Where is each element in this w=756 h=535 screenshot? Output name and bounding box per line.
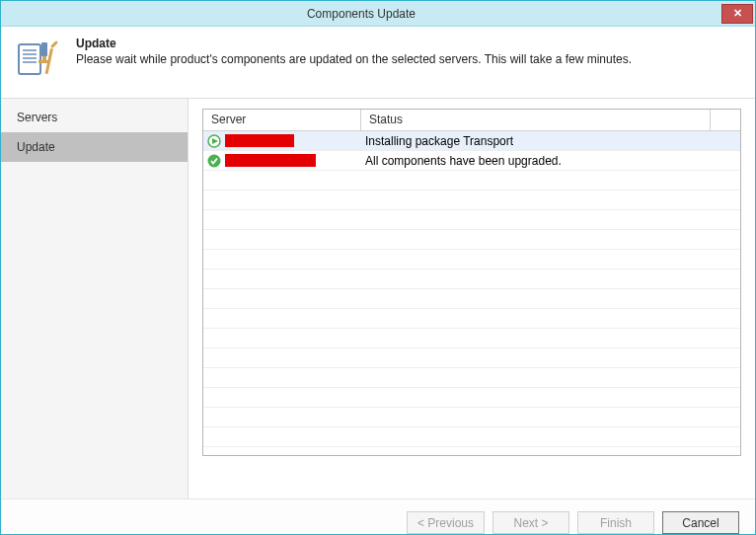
- sidebar-item-label: Update: [17, 140, 55, 154]
- table-row: [203, 408, 740, 427]
- table-row: [203, 388, 740, 408]
- redacted-server-name: [225, 154, 316, 167]
- table-row: [203, 329, 740, 348]
- redacted-server-name: [225, 134, 294, 147]
- close-button[interactable]: ✕: [721, 4, 753, 24]
- window-title: Components Update: [1, 7, 721, 21]
- main-panel: Server Status Installing: [189, 99, 755, 498]
- table-row: [203, 250, 740, 269]
- table-row: [203, 309, 740, 329]
- footer: < Previous Next > Finish Cancel: [1, 498, 755, 535]
- cancel-button[interactable]: Cancel: [662, 511, 739, 534]
- table-row: [203, 191, 740, 210]
- table-row: [203, 368, 740, 388]
- next-button: Next >: [492, 511, 569, 534]
- grid-body: Installing package Transport All compone…: [203, 131, 740, 456]
- grid-header: Server Status: [203, 110, 740, 131]
- cell-status: All components have been upgraded.: [361, 152, 740, 170]
- content: Servers Update Server Status: [1, 98, 755, 498]
- header: Update Please wait while product's compo…: [1, 27, 755, 98]
- header-description: Please wait while product's components a…: [76, 52, 632, 66]
- update-icon: [15, 37, 62, 84]
- sidebar: Servers Update: [1, 99, 189, 498]
- cell-server: [203, 132, 361, 150]
- table-row: [203, 210, 740, 230]
- header-text: Update Please wait while product's compo…: [76, 37, 632, 66]
- svg-line-8: [52, 42, 56, 46]
- sidebar-item-servers[interactable]: Servers: [1, 103, 188, 132]
- table-row: [203, 348, 740, 368]
- column-header-server[interactable]: Server: [203, 110, 361, 130]
- table-row: [203, 427, 740, 447]
- column-header-status[interactable]: Status: [361, 110, 711, 130]
- finish-button: Finish: [577, 511, 654, 534]
- header-title: Update: [76, 37, 632, 50]
- check-icon: [207, 154, 221, 168]
- svg-rect-0: [19, 44, 40, 74]
- table-row[interactable]: All components have been upgraded.: [203, 151, 740, 171]
- cell-status: Installing package Transport: [361, 132, 740, 150]
- svg-rect-5: [41, 42, 47, 56]
- table-row: [203, 171, 740, 191]
- sidebar-item-label: Servers: [17, 111, 57, 124]
- table-row: [203, 230, 740, 250]
- previous-button: < Previous: [407, 511, 485, 534]
- titlebar: Components Update ✕: [1, 1, 755, 27]
- close-icon: ✕: [733, 7, 742, 20]
- play-icon: [207, 134, 221, 148]
- column-header-extra: [711, 110, 740, 130]
- table-row: [203, 269, 740, 289]
- servers-grid: Server Status Installing: [202, 109, 741, 456]
- cell-server: [203, 152, 361, 170]
- sidebar-item-update[interactable]: Update: [1, 132, 188, 162]
- table-row[interactable]: Installing package Transport: [203, 131, 740, 151]
- svg-rect-6: [42, 56, 46, 60]
- table-row: [203, 289, 740, 309]
